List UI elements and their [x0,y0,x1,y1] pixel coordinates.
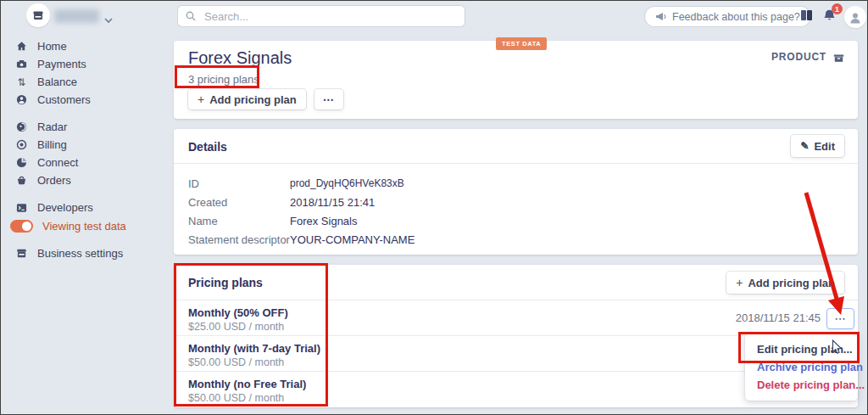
plan-price: $25.00 USD / month [188,321,284,333]
sidebar-item-connect[interactable]: Connect [15,154,168,171]
plus-icon: + [198,93,204,106]
docs-icon[interactable] [800,9,813,25]
sidebar-item-label: Customers [37,93,91,106]
detail-label: Statement descriptor [188,233,290,246]
edit-label: Edit [814,140,835,153]
feedback-label: Feedback about this page? [672,11,800,23]
sidebar-item-label: Connect [37,156,78,169]
product-header-card: Forex Signals 3 pricing plans + Add pric… [174,41,858,119]
detail-value: YOUR-COMPANY-NAME [290,233,415,246]
search-icon [186,11,196,21]
detail-row-statement-descriptor: Statement descriptor YOUR-COMPANY-NAME [188,230,858,249]
payments-icon [15,59,28,70]
sidebar-item-developers[interactable]: Developers [15,199,168,216]
add-pricing-plan-label: Add pricing plan [748,277,835,289]
orders-icon [15,175,28,186]
feedback-button[interactable]: Feedback about this page? [645,7,810,26]
sidebar-item-radar[interactable]: Radar [15,118,168,136]
edit-details-button[interactable]: ✎ Edit [791,135,844,157]
sidebar-item-label: Billing [37,138,67,151]
plan-context-menu: Edit pricing plan... Archive pricing pla… [745,334,858,401]
plans-count: 3 pricing plans [188,73,259,86]
detail-value: 2018/11/15 21:41 [290,196,375,209]
detail-label: ID [188,177,290,190]
sidebar-item-label: Radar [37,121,67,133]
plan-more-button[interactable]: ⋯ [826,308,854,329]
sidebar-item-orders[interactable]: Orders [15,171,168,189]
notification-badge: 1 [832,3,843,14]
sidebar-developer-group: Developers Viewing test data [15,199,168,235]
connect-icon [15,157,28,168]
sidebar-item-label: Home [37,40,67,53]
add-pricing-plan-button[interactable]: + Add pricing plan [188,89,306,109]
plan-name: Monthly (no Free Trial) [188,378,306,390]
storefront-icon [32,9,44,21]
add-pricing-plan-label: Add pricing plan [209,93,297,106]
detail-row-name: Name Forex Signals [188,211,858,230]
pricing-plans-title: Pricing plans [188,276,263,289]
add-pricing-plan-button-2[interactable]: + Add pricing plan [726,272,844,294]
ellipsis-icon: ⋯ [323,93,335,106]
balance-icon: ⇅ [15,77,28,87]
storefront-icon [15,248,28,259]
menu-item-edit-pricing-plan[interactable]: Edit pricing plan... [745,340,858,358]
details-card: Details ✎ Edit ID prod_DyqHQ6HVeK83xB Cr… [174,129,858,255]
sidebar-item-label: Developers [37,201,93,214]
plan-created-date: 2018/11/15 21:45 [736,311,821,324]
plan-price: $50.00 USD / month [188,392,284,404]
customers-icon [15,94,28,105]
chevron-down-icon[interactable] [104,12,113,27]
sidebar-item-customers[interactable]: Customers [15,91,168,109]
plan-price: $50.00 USD / month [188,356,284,368]
sidebar-item-label: Balance [37,76,77,88]
sidebar-settings-group: Business settings [15,244,168,262]
search-input[interactable] [203,9,457,24]
sidebar-item-balance[interactable]: ⇅ Balance [15,73,168,91]
test-mode-toggle[interactable] [10,220,33,233]
sidebar-item-billing[interactable]: Billing [15,136,168,154]
account-logo[interactable] [26,3,50,27]
detail-label: Name [188,215,290,227]
sidebar-primary-group: Home Payments ⇅ Balance Customers [15,37,168,109]
developers-icon [15,203,28,213]
megaphone-icon [655,12,666,21]
menu-item-delete-pricing-plan[interactable]: Delete pricing plan... [745,376,858,394]
person-icon [849,11,862,24]
sidebar-item-label: Orders [37,174,71,187]
radar-icon [15,121,28,132]
detail-value: Forex Signals [290,215,357,227]
plan-name: Monthly (50% OFF) [188,306,288,319]
pricing-plan-row[interactable]: Monthly (50% OFF) $25.00 USD / month 201… [174,300,858,336]
sidebar-item-home[interactable]: Home [15,37,168,55]
menu-item-archive-pricing-plan[interactable]: Archive pricing plan [745,358,858,376]
test-mode-label: Viewing test data [42,220,126,233]
detail-row-id: ID prod_DyqHQ6HVeK83xB [188,174,858,193]
page-title: Forex Signals [188,48,292,68]
billing-icon [15,139,28,150]
account-name-redacted[interactable] [54,9,99,23]
detail-row-created: Created 2018/11/15 21:41 [188,193,858,211]
detail-label: Created [188,196,290,209]
home-icon [15,41,28,52]
test-data-toggle-row[interactable]: Viewing test data [15,216,168,235]
object-type-label: PRODUCT [771,51,826,63]
sidebar-secondary-group: Radar Billing Connect Orders [15,118,168,189]
toggle-knob [22,222,31,231]
pencil-icon: ✎ [800,140,809,152]
detail-value: prod_DyqHQ6HVeK83xB [290,177,404,189]
plan-name: Monthly (with 7-day Trial) [188,342,320,355]
sidebar-item-label: Business settings [37,247,123,260]
search-bar[interactable] [178,6,465,26]
sidebar-item-payments[interactable]: Payments [15,55,168,73]
sidebar-item-label: Payments [37,58,86,70]
test-data-badge: TEST DATA [496,37,547,50]
avatar[interactable] [844,6,866,28]
plus-icon: + [736,276,743,289]
details-title: Details [188,140,227,154]
sidebar-item-business-settings[interactable]: Business settings [15,244,168,262]
ellipsis-icon: ⋯ [835,312,847,325]
product-more-button[interactable]: ⋯ [314,89,343,109]
package-icon [833,52,844,63]
